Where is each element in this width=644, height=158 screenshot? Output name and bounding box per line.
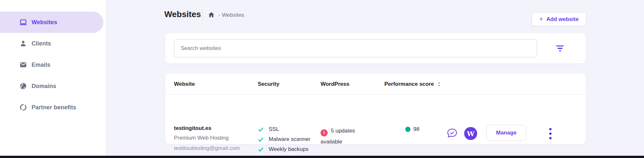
column-header-performance-score: Performance score [384,81,441,87]
security-item-label: SSL [269,126,279,133]
wordpress-cell: i5 updates available [321,125,369,147]
add-website-label: Add website [546,16,579,23]
table-header-row: Website Security WordPress Performance s… [165,74,586,94]
check-icon [258,136,264,143]
status-dot [405,127,410,132]
wordpress-icon[interactable]: W [464,127,477,140]
laptop-icon [19,18,27,26]
plus-icon: + [539,15,543,22]
security-item-label: Malware scanner [269,136,310,143]
security-item: Weekly backups [258,146,310,153]
column-header-wordpress: WordPress [321,81,349,87]
search-card [165,33,586,64]
app-window: Websites Clients Emails Domains Partner … [0,0,644,158]
sidebar-item-clients[interactable]: Clients [0,33,103,54]
envelope-icon [19,61,27,69]
security-item: SSL [258,126,310,133]
security-item: Malware scanner [258,136,310,143]
sidebar-item-label: Partner benefits [32,104,76,111]
chat-check-icon[interactable] [446,128,458,139]
manage-button[interactable]: Manage [486,125,526,141]
sidebar-item-partner-benefits[interactable]: Partner benefits [0,97,103,118]
home-icon[interactable] [208,11,215,18]
breadcrumb: - Websites [218,12,244,18]
sort-icon[interactable] [437,82,441,87]
add-website-button[interactable]: + Add website [532,12,586,26]
check-icon [258,126,264,133]
circle-arc-icon [19,104,27,111]
info-icon: i [321,129,328,136]
check-icon [258,146,264,153]
sidebar-item-label: Websites [32,19,57,26]
sidebar-item-label: Domains [32,83,56,90]
performance-score-value: 98 [413,126,419,133]
websites-table: Website Security WordPress Performance s… [165,74,586,144]
performance-score-cell: 98 [405,126,419,133]
column-header-website: Website [174,81,195,87]
filter-button[interactable] [551,39,569,57]
user-icon [19,40,27,47]
table-row[interactable]: testingitout.es Premium Web Hosting test… [165,94,586,144]
sidebar-item-websites[interactable]: Websites [0,12,103,33]
globe-icon [19,82,27,90]
website-plan: Premium Web Hosting [174,135,240,141]
website-cell: testingitout.es Premium Web Hosting test… [174,125,240,152]
sidebar: Websites Clients Emails Domains Partner … [0,0,106,156]
security-item-label: Weekly backups [269,146,308,153]
sidebar-item-label: Clients [32,40,51,47]
security-cell: SSL Malware scanner Weekly backups [258,126,310,153]
website-email: testitouttesting@gmail.com [174,145,240,152]
sidebar-item-label: Emails [32,62,51,68]
header-divider [202,9,203,21]
wordpress-logo-letter: W [464,127,477,140]
performance-score-label: Performance score [384,81,434,87]
page-title: Websites [164,9,201,19]
search-input[interactable] [174,39,537,57]
sidebar-item-emails[interactable]: Emails [0,54,103,75]
kebab-menu-icon[interactable] [546,125,555,142]
column-header-security: Security [258,81,279,87]
website-domain: testingitout.es [174,125,240,132]
sidebar-item-domains[interactable]: Domains [0,75,103,97]
filter-icon [556,45,564,52]
bottom-bar [0,156,644,158]
